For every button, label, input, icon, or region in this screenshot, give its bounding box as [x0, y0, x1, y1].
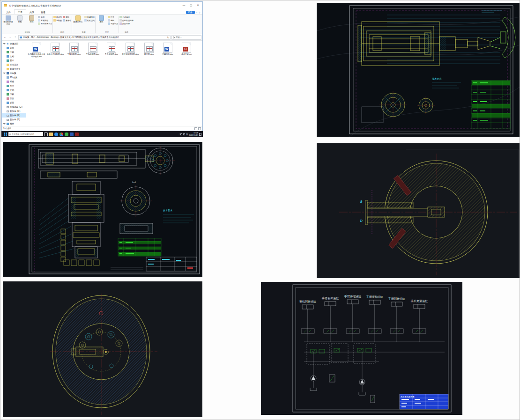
sidebar-section-quick-access[interactable]: 快速访问: [2, 42, 26, 46]
sidebar-item-documents[interactable]: 文档: [2, 88, 26, 92]
cad-preview-rotary-disc[interactable]: a b: [317, 143, 520, 278]
new-folder-button[interactable]: 新建文件夹: [73, 15, 83, 23]
word-icon[interactable]: [70, 133, 74, 136]
circle-detail-view: I—I: [120, 181, 152, 217]
details-view-icon[interactable]: [194, 127, 197, 130]
new-item-icon: [84, 16, 87, 18]
cad-preview-assembly-section[interactable]: 技术要求: [317, 3, 520, 137]
easy-access-button[interactable]: 轻松访问: [84, 19, 95, 22]
breadcrumb-segment[interactable]: K-T4型圆柱坐标式工业机器人手腕及手爪结构设计: [73, 36, 119, 38]
sidebar-item-music[interactable]: 音乐: [2, 96, 26, 101]
breadcrumb-segment[interactable]: Administrator: [37, 36, 50, 38]
cad-preview-hydraulic-schematic[interactable]: 整机回转油缸 手臂俯仰油缸 手臂伸缩油缸 手腕摆动油缸 手腕回转油缸 手爪夹紧油…: [261, 282, 462, 415]
history-button[interactable]: 历史记录: [108, 22, 118, 25]
copy-to-button[interactable]: 复制到: [53, 19, 62, 22]
help-icon[interactable]: ?: [199, 11, 200, 14]
sidebar-item-3d-objects[interactable]: 3D 对象: [2, 75, 26, 80]
ribbon-collapse-icon[interactable]: ^: [196, 11, 197, 14]
breadcrumb-segment[interactable]: 新建文件夹: [60, 36, 71, 38]
input-language[interactable]: 英: [186, 133, 188, 135]
tab-home[interactable]: 主页: [14, 9, 26, 14]
cut-button[interactable]: 剪切: [38, 16, 52, 18]
file-item[interactable]: 机器人总装配图.dwg: [46, 43, 65, 58]
task-view-icon[interactable]: [44, 133, 48, 136]
sidebar-item-downloads[interactable]: 下载: [2, 50, 26, 54]
sidebar-item-folder[interactable]: 新建文件夹: [2, 67, 26, 71]
up-button[interactable]: ↑: [13, 35, 17, 39]
close-button[interactable]: ✕: [194, 2, 201, 9]
rename-button[interactable]: 重命名: [63, 19, 71, 22]
file-item[interactable]: 手臂装配图.dwg: [65, 43, 83, 58]
edge-icon[interactable]: [54, 133, 58, 136]
back-button[interactable]: ←: [3, 35, 7, 39]
minimize-button[interactable]: —: [180, 2, 187, 9]
sidebar-item-desktop[interactable]: 桌面: [2, 101, 26, 105]
tray-expand-icon[interactable]: ^: [178, 133, 179, 135]
file-item[interactable]: 手爪装配图.dwg: [102, 43, 121, 58]
copy-button[interactable]: 复制: [15, 15, 25, 23]
breadcrumb-segment[interactable]: Desktop: [51, 36, 59, 38]
sidebar-section-network[interactable]: 网络: [2, 122, 26, 126]
edit-button[interactable]: 编辑: [108, 19, 118, 22]
sidebar-item-drive-d[interactable]: 新加卷 (D:): [2, 109, 26, 113]
cad-preview-flange-disc[interactable]: [3, 281, 202, 417]
sidebar-item-desktop[interactable]: 桌面: [2, 46, 26, 50]
chrome-icon[interactable]: [59, 133, 63, 136]
pin-icon: [6, 15, 11, 21]
paste-button[interactable]: 粘贴: [26, 15, 37, 23]
delete-button[interactable]: 删除: [63, 16, 71, 18]
sidebar-item-drive-e[interactable]: 新加卷 (E:): [2, 113, 26, 118]
sidebar-item-pictures[interactable]: 图片: [2, 84, 26, 88]
tray-icon[interactable]: [180, 133, 182, 135]
file-item[interactable]: K-T4型工业机器人设计说明书.doc: [27, 43, 46, 58]
breadcrumb[interactable]: 此电脑 用户 Administrator Desktop 新建文件夹 K-T4型…: [18, 35, 171, 40]
search-box[interactable]: [171, 35, 201, 40]
file-explorer-icon[interactable]: [49, 133, 53, 136]
svg-text:技术要求: 技术要求: [163, 209, 172, 212]
move-to-button[interactable]: 移动到: [53, 16, 62, 18]
sidebar-item-documents[interactable]: 文档: [2, 54, 26, 59]
start-button[interactable]: [2, 131, 8, 137]
tab-share[interactable]: 共享: [26, 10, 37, 14]
sidebar-item-pictures[interactable]: 图片: [2, 59, 26, 63]
breadcrumb-segment[interactable]: 此电脑: [23, 36, 30, 38]
titlebar[interactable]: K-T4型圆柱坐标式工业机器人手腕及手爪结构设计 — ▢ ✕: [2, 2, 202, 9]
sidebar-item-downloads[interactable]: 下载: [2, 92, 26, 96]
properties-button[interactable]: 属性: [96, 15, 107, 23]
sidebar-item-drive-f[interactable]: 新加卷 (F:): [2, 118, 26, 122]
login-badge[interactable]: 登录: [186, 11, 195, 14]
paste-shortcut-button[interactable]: 粘贴快捷方式: [38, 22, 52, 25]
notification-icon[interactable]: [199, 133, 201, 136]
select-all-button[interactable]: 全部选择: [119, 16, 134, 18]
copy-path-button[interactable]: 复制路径: [38, 19, 52, 22]
breadcrumb-segment[interactable]: 用户: [31, 36, 35, 38]
pin-quick-access-button[interactable]: 固定到快速访问: [3, 15, 14, 25]
file-item[interactable]: 液压系统原理图.dwg: [121, 43, 140, 58]
open-button[interactable]: 打开: [108, 16, 118, 18]
wechat-icon[interactable]: [65, 133, 68, 136]
autocad-icon[interactable]: [75, 133, 79, 136]
file-item[interactable]: 零件图.dwg: [140, 43, 158, 58]
tray-icon[interactable]: [183, 133, 185, 135]
refresh-icon[interactable]: ↻: [167, 36, 169, 39]
sidebar-section-this-pc[interactable]: 此电脑: [2, 71, 26, 75]
new-item-button[interactable]: 新建项目: [84, 16, 95, 18]
sidebar-item-videos[interactable]: 视频: [2, 80, 26, 84]
search-input[interactable]: [176, 36, 200, 38]
taskbar-search[interactable]: 在这里输入你要搜索的内容: [8, 132, 43, 136]
sidebar-item-drive-c[interactable]: 本地磁盘 (C:): [2, 105, 26, 109]
forward-button[interactable]: →: [8, 35, 12, 39]
manipulator-section-view: [358, 22, 490, 66]
tab-view[interactable]: 查看: [37, 10, 49, 14]
maximize-button[interactable]: ▢: [187, 2, 194, 9]
sidebar-item-folder[interactable]: 毕业设计: [2, 63, 26, 67]
select-none-button[interactable]: 全部取消选择: [119, 19, 134, 22]
cad-preview-arm-assembly[interactable]: I—I 技术要求: [3, 142, 202, 277]
tab-file[interactable]: 文件: [3, 10, 14, 14]
file-item[interactable]: 手腕装配图.dwg: [83, 43, 102, 58]
clock[interactable]: 10:08 2021/11/27: [189, 132, 198, 136]
file-item[interactable]: 参考文献.caj: [177, 43, 196, 58]
file-item[interactable]: 开题报告.doc: [158, 43, 177, 58]
invert-selection-button[interactable]: 反向选择: [119, 22, 134, 25]
large-icons-view-icon[interactable]: [198, 127, 201, 130]
